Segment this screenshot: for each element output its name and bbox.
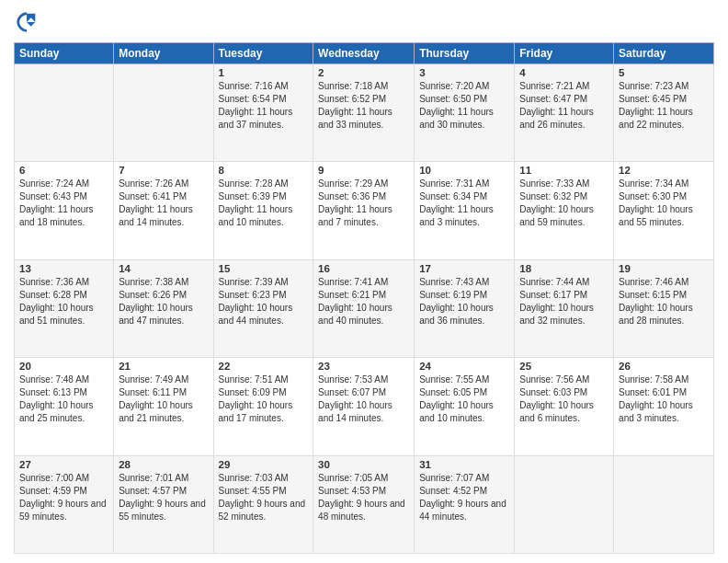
day-info: Sunrise: 7:28 AMSunset: 6:39 PMDaylight:… xyxy=(219,178,309,229)
week-row-3: 13Sunrise: 7:36 AMSunset: 6:28 PMDayligh… xyxy=(15,259,714,357)
day-number: 11 xyxy=(519,165,609,176)
day-number: 6 xyxy=(19,165,108,176)
day-number: 27 xyxy=(19,459,108,470)
day-info: Sunrise: 7:05 AMSunset: 4:53 PMDaylight:… xyxy=(318,472,409,523)
calendar-cell: 14Sunrise: 7:38 AMSunset: 6:26 PMDayligh… xyxy=(114,259,213,357)
day-info: Sunrise: 7:39 AMSunset: 6:23 PMDaylight:… xyxy=(219,276,309,327)
calendar-cell: 29Sunrise: 7:03 AMSunset: 4:55 PMDayligh… xyxy=(213,455,313,553)
logo xyxy=(14,9,43,35)
day-info: Sunrise: 7:26 AMSunset: 6:41 PMDaylight:… xyxy=(119,178,208,229)
day-info: Sunrise: 7:01 AMSunset: 4:57 PMDaylight:… xyxy=(119,472,208,523)
calendar-cell: 2Sunrise: 7:18 AMSunset: 6:52 PMDaylight… xyxy=(313,64,415,162)
logo-icon xyxy=(14,9,40,35)
day-number: 25 xyxy=(519,361,609,372)
calendar-cell xyxy=(614,455,714,553)
calendar-cell: 9Sunrise: 7:29 AMSunset: 6:36 PMDaylight… xyxy=(313,162,415,259)
day-info: Sunrise: 7:58 AMSunset: 6:01 PMDaylight:… xyxy=(619,373,709,425)
day-number: 21 xyxy=(119,361,208,372)
calendar-cell: 19Sunrise: 7:46 AMSunset: 6:15 PMDayligh… xyxy=(614,259,714,357)
calendar-table: SundayMondayTuesdayWednesdayThursdayFrid… xyxy=(14,42,714,554)
day-number: 8 xyxy=(219,165,309,176)
calendar-body: 1Sunrise: 7:16 AMSunset: 6:54 PMDaylight… xyxy=(15,64,714,554)
day-number: 20 xyxy=(19,361,108,372)
calendar-cell: 8Sunrise: 7:28 AMSunset: 6:39 PMDaylight… xyxy=(213,162,313,259)
day-info: Sunrise: 7:56 AMSunset: 6:03 PMDaylight:… xyxy=(519,373,609,425)
weekday-header-tuesday: Tuesday xyxy=(213,43,313,64)
day-number: 1 xyxy=(219,67,309,78)
calendar-cell: 3Sunrise: 7:20 AMSunset: 6:50 PMDaylight… xyxy=(415,64,515,162)
calendar-cell: 30Sunrise: 7:05 AMSunset: 4:53 PMDayligh… xyxy=(313,455,415,553)
week-row-4: 20Sunrise: 7:48 AMSunset: 6:13 PMDayligh… xyxy=(15,358,714,455)
weekday-header-thursday: Thursday xyxy=(415,43,515,64)
calendar-cell xyxy=(515,455,614,553)
weekday-header-friday: Friday xyxy=(515,43,614,64)
calendar-cell: 4Sunrise: 7:21 AMSunset: 6:47 PMDaylight… xyxy=(515,64,614,162)
day-number: 24 xyxy=(419,361,509,372)
day-info: Sunrise: 7:20 AMSunset: 6:50 PMDaylight:… xyxy=(419,80,509,132)
day-info: Sunrise: 7:55 AMSunset: 6:05 PMDaylight:… xyxy=(419,373,509,425)
day-info: Sunrise: 7:34 AMSunset: 6:30 PMDaylight:… xyxy=(619,178,709,229)
day-number: 16 xyxy=(318,263,409,274)
calendar-cell: 31Sunrise: 7:07 AMSunset: 4:52 PMDayligh… xyxy=(415,455,515,553)
day-info: Sunrise: 7:48 AMSunset: 6:13 PMDaylight:… xyxy=(19,373,108,425)
day-number: 15 xyxy=(219,263,309,274)
day-number: 5 xyxy=(619,67,709,78)
day-number: 9 xyxy=(318,165,409,176)
day-number: 12 xyxy=(619,165,709,176)
calendar-cell: 17Sunrise: 7:43 AMSunset: 6:19 PMDayligh… xyxy=(415,259,515,357)
calendar-cell: 5Sunrise: 7:23 AMSunset: 6:45 PMDaylight… xyxy=(614,64,714,162)
calendar-cell: 12Sunrise: 7:34 AMSunset: 6:30 PMDayligh… xyxy=(614,162,714,259)
day-info: Sunrise: 7:51 AMSunset: 6:09 PMDaylight:… xyxy=(219,373,309,425)
day-number: 14 xyxy=(119,263,208,274)
page: SundayMondayTuesdayWednesdayThursdayFrid… xyxy=(0,0,728,563)
day-info: Sunrise: 7:21 AMSunset: 6:47 PMDaylight:… xyxy=(519,80,609,132)
day-info: Sunrise: 7:07 AMSunset: 4:52 PMDaylight:… xyxy=(419,472,509,523)
day-info: Sunrise: 7:38 AMSunset: 6:26 PMDaylight:… xyxy=(119,276,208,327)
calendar-cell: 25Sunrise: 7:56 AMSunset: 6:03 PMDayligh… xyxy=(515,358,614,455)
week-row-5: 27Sunrise: 7:00 AMSunset: 4:59 PMDayligh… xyxy=(15,455,714,553)
day-info: Sunrise: 7:41 AMSunset: 6:21 PMDaylight:… xyxy=(318,276,409,327)
day-number: 4 xyxy=(519,67,609,78)
calendar-cell: 24Sunrise: 7:55 AMSunset: 6:05 PMDayligh… xyxy=(415,358,515,455)
week-row-2: 6Sunrise: 7:24 AMSunset: 6:43 PMDaylight… xyxy=(15,162,714,259)
day-number: 3 xyxy=(419,67,509,78)
weekday-header-sunday: Sunday xyxy=(15,43,114,64)
day-number: 2 xyxy=(318,67,409,78)
weekday-header-saturday: Saturday xyxy=(614,43,714,64)
day-info: Sunrise: 7:44 AMSunset: 6:17 PMDaylight:… xyxy=(519,276,609,327)
calendar-cell: 15Sunrise: 7:39 AMSunset: 6:23 PMDayligh… xyxy=(213,259,313,357)
day-info: Sunrise: 7:29 AMSunset: 6:36 PMDaylight:… xyxy=(318,178,409,229)
day-info: Sunrise: 7:18 AMSunset: 6:52 PMDaylight:… xyxy=(318,80,409,132)
calendar-cell: 7Sunrise: 7:26 AMSunset: 6:41 PMDaylight… xyxy=(114,162,213,259)
day-info: Sunrise: 7:00 AMSunset: 4:59 PMDaylight:… xyxy=(19,472,108,523)
day-number: 26 xyxy=(619,361,709,372)
day-number: 22 xyxy=(219,361,309,372)
day-number: 13 xyxy=(19,263,108,274)
calendar-cell xyxy=(114,64,213,162)
calendar-cell: 21Sunrise: 7:49 AMSunset: 6:11 PMDayligh… xyxy=(114,358,213,455)
day-info: Sunrise: 7:43 AMSunset: 6:19 PMDaylight:… xyxy=(419,276,509,327)
calendar-cell: 28Sunrise: 7:01 AMSunset: 4:57 PMDayligh… xyxy=(114,455,213,553)
calendar-cell: 23Sunrise: 7:53 AMSunset: 6:07 PMDayligh… xyxy=(313,358,415,455)
day-number: 7 xyxy=(119,165,208,176)
calendar-cell: 16Sunrise: 7:41 AMSunset: 6:21 PMDayligh… xyxy=(313,259,415,357)
calendar-header: SundayMondayTuesdayWednesdayThursdayFrid… xyxy=(15,43,714,64)
calendar-cell: 13Sunrise: 7:36 AMSunset: 6:28 PMDayligh… xyxy=(15,259,114,357)
day-info: Sunrise: 7:16 AMSunset: 6:54 PMDaylight:… xyxy=(219,80,309,132)
day-info: Sunrise: 7:33 AMSunset: 6:32 PMDaylight:… xyxy=(519,178,609,229)
day-info: Sunrise: 7:53 AMSunset: 6:07 PMDaylight:… xyxy=(318,373,409,425)
calendar-cell: 18Sunrise: 7:44 AMSunset: 6:17 PMDayligh… xyxy=(515,259,614,357)
header xyxy=(14,9,714,35)
day-number: 29 xyxy=(219,459,309,470)
calendar-cell: 20Sunrise: 7:48 AMSunset: 6:13 PMDayligh… xyxy=(15,358,114,455)
weekday-header-wednesday: Wednesday xyxy=(313,43,415,64)
calendar-cell: 26Sunrise: 7:58 AMSunset: 6:01 PMDayligh… xyxy=(614,358,714,455)
day-number: 23 xyxy=(318,361,409,372)
weekday-row: SundayMondayTuesdayWednesdayThursdayFrid… xyxy=(15,43,714,64)
calendar-cell: 22Sunrise: 7:51 AMSunset: 6:09 PMDayligh… xyxy=(213,358,313,455)
day-number: 28 xyxy=(119,459,208,470)
day-number: 10 xyxy=(419,165,509,176)
calendar-cell: 27Sunrise: 7:00 AMSunset: 4:59 PMDayligh… xyxy=(15,455,114,553)
day-number: 31 xyxy=(419,459,509,470)
day-number: 19 xyxy=(619,263,709,274)
